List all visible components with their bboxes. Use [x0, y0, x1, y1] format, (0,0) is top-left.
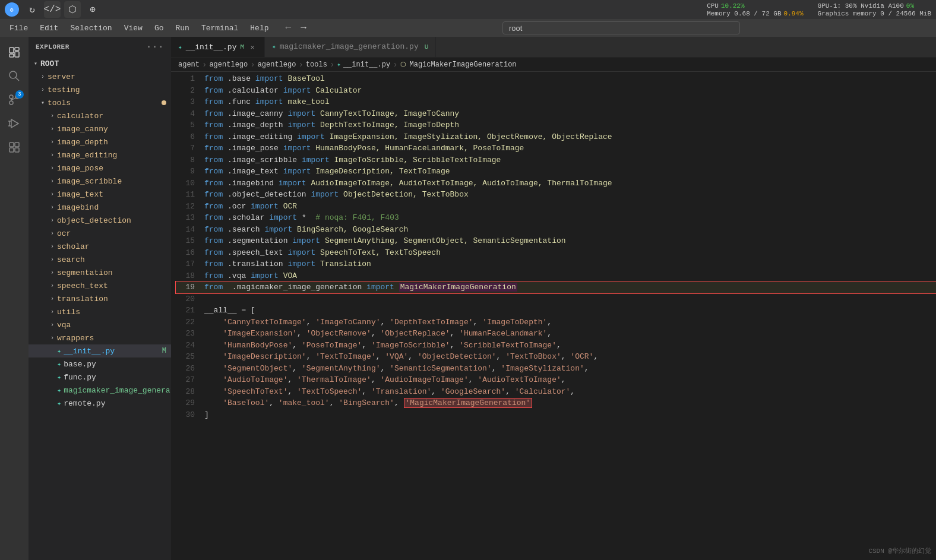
sidebar-item-init-py[interactable]: › ✦ __init__.py M — [29, 344, 171, 357]
activity-search[interactable] — [4, 65, 25, 87]
code-editor: 1 from .base import BaseTool 2 from .cal… — [171, 72, 936, 560]
menu-edit[interactable]: Edit — [35, 23, 63, 34]
graphics-label: Graphics memory 0 / 24566 MiB — [818, 10, 931, 17]
code-line-12: 12 from .ocr import OCR — [176, 201, 936, 213]
base-py-label: base.py — [64, 360, 96, 369]
init-py-label: __init__.py — [64, 347, 115, 356]
breadcrumb-class-name: MagicMakerImageGeneration — [410, 61, 517, 69]
sidebar-item-base-py[interactable]: › ✦ base.py — [29, 357, 171, 371]
server-chevron: › — [38, 74, 48, 80]
nav-back[interactable]: ← — [283, 23, 294, 33]
sidebar-item-speech-text[interactable]: › speech_text — [29, 279, 171, 292]
activity-extensions[interactable] — [4, 137, 25, 158]
search-bar — [321, 21, 922, 34]
root-chevron: ▾ — [31, 60, 40, 67]
sidebar-item-image-depth[interactable]: › image_depth — [29, 135, 171, 148]
sidebar-item-remote-py[interactable]: › ✦ remote.py — [29, 397, 171, 410]
code-line-3: 3 from .func import make_tool — [176, 96, 936, 108]
search-input[interactable] — [502, 21, 740, 34]
menu-terminal[interactable]: Terminal — [197, 23, 243, 34]
svg-rect-4 — [15, 52, 19, 57]
calculator-label: calculator — [57, 112, 103, 121]
menu-go[interactable]: Go — [150, 23, 169, 34]
sidebar-more[interactable]: ··· — [146, 42, 164, 52]
title-bar: ⚙ ↻ </> ⬡ ⊕ CPU 10.22% Memory 0.68 / 72 … — [0, 0, 936, 19]
breadcrumb-agentlego2: agentlego — [258, 61, 296, 69]
sidebar-item-image-editing[interactable]: › image_editing — [29, 148, 171, 162]
menu-help[interactable]: Help — [245, 23, 273, 34]
icon-vscode[interactable]: ⬡ — [64, 1, 81, 18]
sidebar-item-image-pose[interactable]: › image_pose — [29, 162, 171, 175]
sidebar-item-testing[interactable]: › testing — [29, 83, 171, 96]
sidebar-item-search[interactable]: › search — [29, 253, 171, 266]
magicmaker-py-label: magicmaker_image_generation.py — [64, 386, 171, 395]
sidebar-item-calculator[interactable]: › calculator — [29, 109, 171, 122]
sidebar-item-wrappers[interactable]: › wrappers — [29, 331, 171, 344]
sidebar-item-func-py[interactable]: › ✦ func.py — [29, 371, 171, 384]
svg-rect-17 — [10, 148, 14, 152]
tab-magicmaker-py[interactable]: ✦ magicmaker_image_generation.py U — [265, 37, 436, 57]
menu-view[interactable]: View — [119, 23, 147, 34]
tabs-bar: ✦ __init__.py M ✕ ✦ magicmaker_image_gen… — [171, 37, 936, 58]
cpu-stat: CPU 10.22% Memory 0.68 / 72 GB 0.94% — [707, 2, 803, 17]
translation-label: translation — [57, 295, 108, 303]
svg-rect-3 — [15, 48, 19, 50]
code-line-17: 17 from .translation import Translation — [176, 258, 936, 270]
icon-compass[interactable]: ⊕ — [84, 1, 101, 18]
menu-file[interactable]: File — [5, 23, 33, 34]
code-line-19: 19 from .magicmaker_image_generation imp… — [176, 281, 936, 293]
code-line-11: 11 from .object_detection import ObjectD… — [176, 189, 936, 201]
code-line-6: 6 from .image_editing import ImageExpans… — [176, 131, 936, 143]
code-line-28: 28 'SpeechToText', 'TextToSpeech', 'Tran… — [176, 386, 936, 398]
icon-refresh[interactable]: ↻ — [24, 1, 40, 18]
speech-text-label: speech_text — [57, 281, 108, 290]
sidebar-item-tools[interactable]: ▾ tools — [29, 96, 171, 109]
gpu-value: 0% — [906, 2, 914, 10]
func-py-label: func.py — [64, 373, 96, 382]
code-line-14: 14 from .search import BingSearch, Googl… — [176, 224, 936, 236]
code-line-10: 10 from .imagebind import AudioImageToIm… — [176, 178, 936, 189]
menu-run[interactable]: Run — [170, 23, 194, 34]
activity-explorer[interactable] — [4, 42, 25, 63]
sidebar-item-translation[interactable]: › translation — [29, 292, 171, 305]
tab-init-py[interactable]: ✦ __init__.py M ✕ — [171, 37, 265, 57]
sidebar-item-magicmaker-py[interactable]: › ✦ magicmaker_image_generation.py U — [29, 384, 171, 397]
ocr-label: ocr — [57, 229, 71, 238]
sidebar-item-scholar[interactable]: › scholar — [29, 240, 171, 253]
object-detection-label: object_detection — [57, 216, 131, 225]
wrappers-label: wrappers — [57, 334, 94, 343]
sidebar-item-image-scribble[interactable]: › image_scribble — [29, 175, 171, 188]
vqa-label: vqa — [57, 321, 71, 330]
menu-selection[interactable]: Selection — [65, 23, 116, 34]
sidebar-item-ocr[interactable]: › ocr — [29, 227, 171, 240]
sidebar-item-server[interactable]: › server — [29, 70, 171, 83]
image-depth-label: image_depth — [57, 138, 108, 147]
title-bar-right: CPU 10.22% Memory 0.68 / 72 GB 0.94% GPU… — [707, 2, 931, 17]
icon-code[interactable]: </> — [44, 1, 61, 18]
breadcrumb-file-icon: ✦ — [337, 61, 341, 68]
code-line-13: 13 from .scholar import * # noqa: F401, … — [176, 212, 936, 224]
code-line-8: 8 from .image_scribble import ImageToScr… — [176, 154, 936, 166]
sidebar-tree: ▾ ROOT › server › testing ▾ tools › — [29, 57, 171, 560]
sidebar-item-image-canny[interactable]: › image_canny — [29, 122, 171, 135]
tools-modified-dot — [162, 100, 166, 105]
activity-run[interactable] — [4, 113, 25, 134]
sidebar-item-utils[interactable]: › utils — [29, 305, 171, 318]
sidebar-item-vqa[interactable]: › vqa — [29, 318, 171, 331]
source-control-badge: 3 — [15, 90, 24, 99]
code-line-18: 18 from .vqa import VOA — [176, 270, 936, 282]
tab-init-close[interactable]: ✕ — [248, 42, 257, 52]
breadcrumb-class-icon: ⬡ — [400, 61, 406, 68]
sidebar-item-image-text[interactable]: › image_text — [29, 188, 171, 201]
nav-forward[interactable]: → — [298, 23, 309, 33]
sidebar-item-object-detection[interactable]: › object_detection — [29, 214, 171, 227]
code-content[interactable]: 1 from .base import BaseTool 2 from .cal… — [171, 72, 936, 560]
code-line-27: 27 'AudioToImage', 'ThermalToImage', 'Au… — [176, 374, 936, 386]
cpu-value: 10.22% — [721, 2, 745, 10]
sidebar-item-imagebind[interactable]: › imagebind — [29, 201, 171, 214]
sidebar-item-segmentation[interactable]: › segmentation — [29, 266, 171, 279]
scholar-label: scholar — [57, 242, 90, 251]
tree-root[interactable]: ▾ ROOT — [29, 57, 171, 70]
activity-source-control[interactable]: 3 — [4, 89, 25, 110]
code-line-23: 23 'ImageExpansion', 'ObjectRemove', 'Ob… — [176, 328, 936, 340]
